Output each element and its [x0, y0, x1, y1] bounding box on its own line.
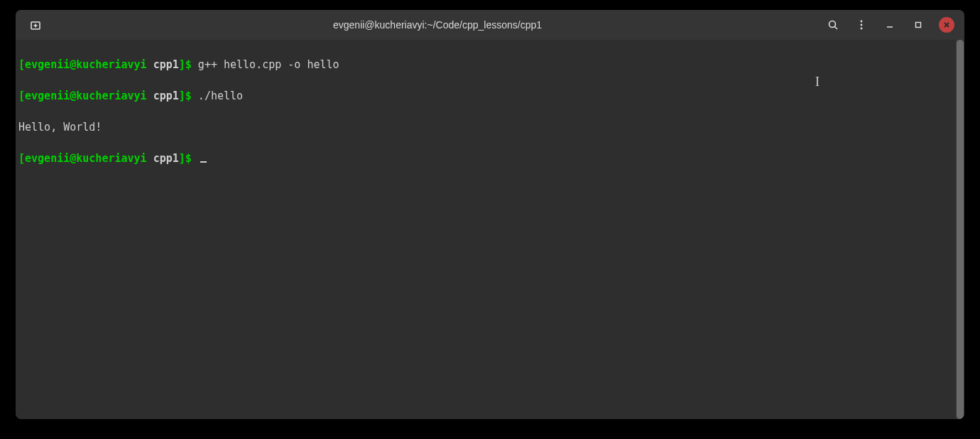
terminal-line: [evgenii@kucheriavyi cpp1]$ g++ hello.cp…: [18, 57, 962, 72]
window-title: evgenii@kucheriavyi:~/Code/cpp_lessons/c…: [53, 19, 822, 31]
svg-point-5: [861, 21, 863, 23]
terminal-body[interactable]: [evgenii@kucheriavyi cpp1]$ g++ hello.cp…: [16, 40, 964, 419]
svg-line-4: [835, 27, 838, 30]
terminal-window: evgenii@kucheriavyi:~/Code/cpp_lessons/c…: [16, 10, 964, 419]
mouse-ibeam-cursor: I: [815, 74, 820, 90]
svg-point-3: [829, 21, 836, 28]
svg-point-7: [861, 28, 863, 30]
search-icon[interactable]: [825, 17, 841, 33]
maximize-button[interactable]: [910, 17, 926, 33]
new-tab-icon[interactable]: [28, 17, 43, 33]
svg-point-6: [861, 24, 863, 26]
scrollbar[interactable]: [956, 40, 964, 419]
text-cursor: [200, 161, 207, 163]
minimize-button[interactable]: [882, 17, 898, 33]
scrollbar-thumb[interactable]: [957, 40, 964, 419]
titlebar: evgenii@kucheriavyi:~/Code/cpp_lessons/c…: [16, 10, 964, 40]
menu-icon[interactable]: [854, 17, 869, 33]
svg-rect-9: [916, 23, 921, 28]
terminal-output: Hello, World!: [18, 119, 962, 135]
close-button[interactable]: [939, 17, 954, 33]
terminal-line: [evgenii@kucheriavyi cpp1]$: [18, 151, 962, 166]
terminal-line: [evgenii@kucheriavyi cpp1]$ ./hello: [18, 88, 962, 104]
